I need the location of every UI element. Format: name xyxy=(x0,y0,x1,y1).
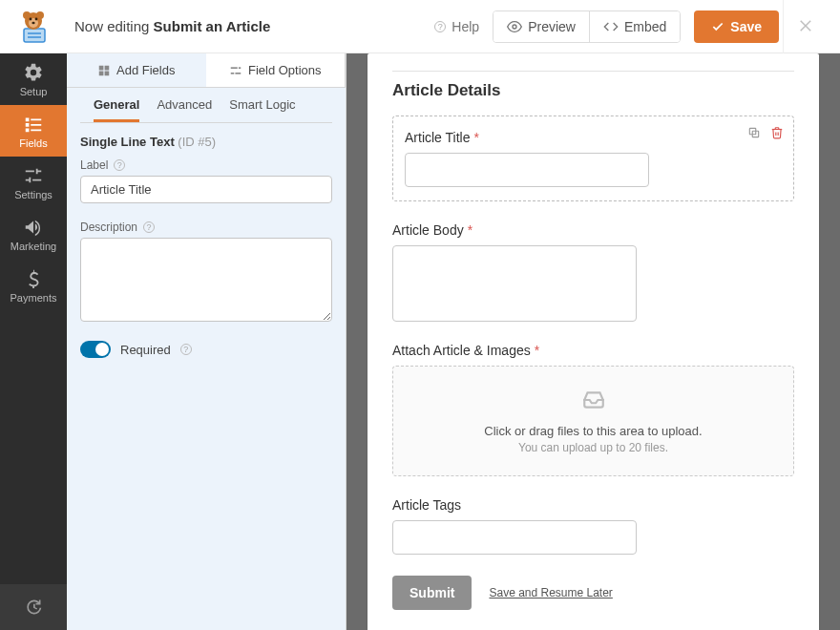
editing-text: Now editing Submit an Article xyxy=(74,18,270,34)
help-button[interactable]: ? Help xyxy=(434,19,479,34)
field-label: Article Tags xyxy=(392,497,794,513)
grid-icon xyxy=(97,64,111,77)
description-input[interactable] xyxy=(80,238,332,322)
field-article-title[interactable]: Article Title * xyxy=(392,116,794,201)
form-canvas: Article Details Article Title * Article … xyxy=(346,53,840,630)
trash-icon xyxy=(770,126,784,139)
preview-embed-group: Preview Embed xyxy=(493,10,681,43)
help-icon[interactable]: ? xyxy=(143,221,155,233)
close-icon xyxy=(798,17,815,34)
form-page: Article Details Article Title * Article … xyxy=(368,53,819,630)
subtab-advanced[interactable]: Advanced xyxy=(157,97,212,122)
field-article-body[interactable]: Article Body * xyxy=(392,222,794,322)
dollar-icon xyxy=(23,268,44,289)
preview-textarea[interactable] xyxy=(392,245,637,322)
field-article-tags[interactable]: Article Tags xyxy=(392,497,794,555)
gear-icon xyxy=(23,62,44,83)
nav-setup[interactable]: Setup xyxy=(0,53,67,105)
close-button[interactable] xyxy=(798,13,815,40)
bullhorn-icon xyxy=(23,217,44,238)
tab-add-fields[interactable]: Add Fields xyxy=(67,53,206,87)
preview-button[interactable]: Preview xyxy=(494,11,589,42)
submit-button[interactable]: Submit xyxy=(392,576,472,610)
field-label: Article Body * xyxy=(392,222,794,238)
copy-icon xyxy=(747,126,761,139)
help-icon: ? xyxy=(434,21,446,32)
nav-payments[interactable]: Payments xyxy=(0,260,67,311)
subtab-smart-logic[interactable]: Smart Logic xyxy=(229,97,295,122)
eye-icon xyxy=(507,19,522,34)
close-wrap xyxy=(783,0,829,53)
upload-dropzone[interactable]: Click or drag files to this area to uplo… xyxy=(392,366,794,476)
nav-history[interactable] xyxy=(0,584,67,630)
embed-button[interactable]: Embed xyxy=(589,11,680,42)
preview-input[interactable] xyxy=(405,153,649,187)
sub-tabs: General Advanced Smart Logic xyxy=(80,88,332,122)
field-label: Article Title * xyxy=(405,130,782,145)
left-nav: Setup Fields Settings Marketing Payments xyxy=(0,53,67,630)
duplicate-button[interactable] xyxy=(747,126,761,143)
subtab-general[interactable]: General xyxy=(94,97,139,122)
svg-point-8 xyxy=(35,17,38,20)
field-attach[interactable]: Attach Article & Images * Click or drag … xyxy=(392,343,794,476)
dropzone-line1: Click or drag files to this area to uplo… xyxy=(403,424,784,438)
nav-fields[interactable]: Fields xyxy=(0,105,67,157)
nav-settings[interactable]: Settings xyxy=(0,157,67,208)
save-resume-link[interactable]: Save and Resume Later xyxy=(489,586,612,599)
field-options-panel: Add Fields Field Options General Advance… xyxy=(67,53,346,630)
svg-point-4 xyxy=(23,11,31,19)
svg-point-10 xyxy=(513,25,516,29)
sliders-icon xyxy=(23,165,44,186)
required-row: Required ? xyxy=(67,329,346,369)
delete-button[interactable] xyxy=(770,126,784,143)
tab-field-options[interactable]: Field Options xyxy=(206,53,346,87)
svg-point-7 xyxy=(30,17,32,20)
dropzone-line2: You can upload up to 20 files. xyxy=(403,441,784,454)
panel-tabs: Add Fields Field Options xyxy=(67,53,346,88)
svg-point-5 xyxy=(36,11,44,19)
preview-input[interactable] xyxy=(392,520,637,555)
history-icon xyxy=(24,598,43,617)
svg-point-9 xyxy=(32,21,34,23)
inbox-icon xyxy=(581,388,606,412)
list-icon xyxy=(23,114,44,135)
required-toggle[interactable] xyxy=(80,341,111,358)
sliders-small-icon xyxy=(229,64,242,77)
app-logo xyxy=(0,0,67,53)
label-heading: Label ? xyxy=(80,158,332,172)
help-icon[interactable]: ? xyxy=(114,159,125,171)
field-actions xyxy=(747,126,784,143)
save-button[interactable]: Save xyxy=(694,10,779,43)
submit-row: Submit Save and Resume Later xyxy=(392,576,794,610)
nav-marketing[interactable]: Marketing xyxy=(0,208,67,260)
svg-rect-0 xyxy=(24,29,45,42)
check-icon xyxy=(711,20,724,33)
description-heading: Description ? xyxy=(80,220,332,234)
help-icon[interactable]: ? xyxy=(180,344,192,355)
field-label: Attach Article & Images * xyxy=(392,343,794,358)
section-title: Article Details xyxy=(392,81,794,100)
field-type-heading: Single Line Text (ID #5) xyxy=(67,123,346,155)
label-input[interactable] xyxy=(80,176,332,203)
code-icon xyxy=(603,19,619,34)
topbar: Now editing Submit an Article ? Help Pre… xyxy=(0,0,840,53)
